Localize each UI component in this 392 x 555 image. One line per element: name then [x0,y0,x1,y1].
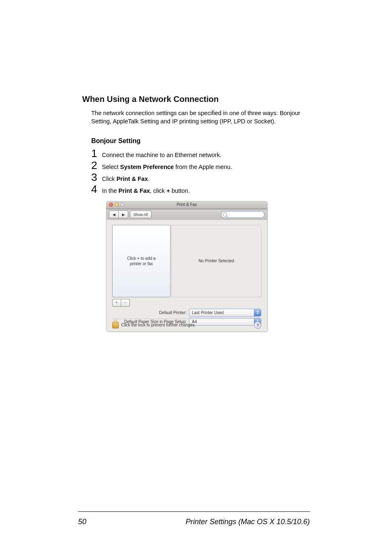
step-text: Connect the machine to an Ethernet netwo… [102,151,221,159]
step-text: Select System Preference from the Apple … [102,163,232,171]
step-3: 3 Click Print & Fax. [91,172,310,183]
step-text: Click Print & Fax. [102,175,150,183]
footer-rule [78,511,310,512]
lock-row: Click the lock to prevent further change… [112,319,261,329]
section-heading: When Using a Network Connection [82,95,310,104]
step-text: In the Print & Fax, click + button. [102,187,190,195]
text-run: , click [150,187,166,194]
toolbar: ◀ ▶ Show All [106,209,267,220]
step-2: 2 Select System Preference from the Appl… [91,160,310,171]
nav-segment: ◀ ▶ [109,210,128,218]
show-all-button[interactable]: Show All [130,210,152,218]
text-run: from the Apple menu. [174,164,232,170]
text-bold: Print & Fax [118,187,150,194]
popup-value: Last Printer Used [192,310,224,315]
step-number: 1 [91,148,102,159]
chevron-updown-icon: ▲▼ [254,309,261,316]
window-title: Print & Fax [106,202,267,207]
footer-title: Printer Settings (Mac OS X 10.5/10.6) [186,518,310,526]
text-run: Select [102,164,120,170]
text-bold: Print & Fax [116,176,148,182]
text-run: Click [102,176,116,182]
text-bold: System Preference [120,164,174,170]
printer-detail-pane: No Printer Selected [171,225,261,297]
help-button[interactable]: ? [254,321,261,329]
default-printer-popup[interactable]: Last Printer Used ▲▼ [189,309,261,317]
intro-paragraph: The network connection settings can be s… [91,109,310,126]
lock-icon[interactable] [112,322,119,328]
printer-list[interactable]: Click + to add a printer or fax [112,225,171,297]
step-4: 4 In the Print & Fax, click + button. [91,184,310,195]
add-remove-segment: + − [112,299,130,307]
default-printer-row: Default Printer: Last Printer Used ▲▼ [106,309,267,317]
lock-text: Click the lock to prevent further change… [121,323,196,327]
page-footer: 50 Printer Settings (Mac OS X 10.5/10.6) [78,518,310,526]
remove-button[interactable]: − [121,299,130,307]
text-bold: + [166,187,170,194]
text-run: button. [170,187,190,194]
sub-heading: Bonjour Setting [91,137,310,145]
titlebar: Print & Fax [106,201,267,209]
search-icon [223,213,227,217]
window-body: Click + to add a printer or fax No Print… [106,220,267,331]
text-run: . [148,176,150,182]
default-printer-label: Default Printer: [106,310,189,315]
step-number: 2 [91,160,102,171]
forward-button[interactable]: ▶ [119,210,128,218]
search-input[interactable] [221,211,265,218]
text-run: In the [102,187,118,194]
step-number: 4 [91,184,102,194]
screenshot-print-and-fax: Print & Fax ◀ ▶ Show All Click + to add … [106,201,267,332]
step-1: 1 Connect the machine to an Ethernet net… [91,148,310,159]
printer-list-placeholder: Click + to add a printer or fax [127,256,155,266]
page-number: 50 [78,518,86,526]
step-list: 1 Connect the machine to an Ethernet net… [91,148,310,195]
detail-placeholder: No Printer Selected [198,259,234,263]
back-button[interactable]: ◀ [109,210,119,218]
step-number: 3 [91,172,102,183]
add-button[interactable]: + [112,299,121,307]
